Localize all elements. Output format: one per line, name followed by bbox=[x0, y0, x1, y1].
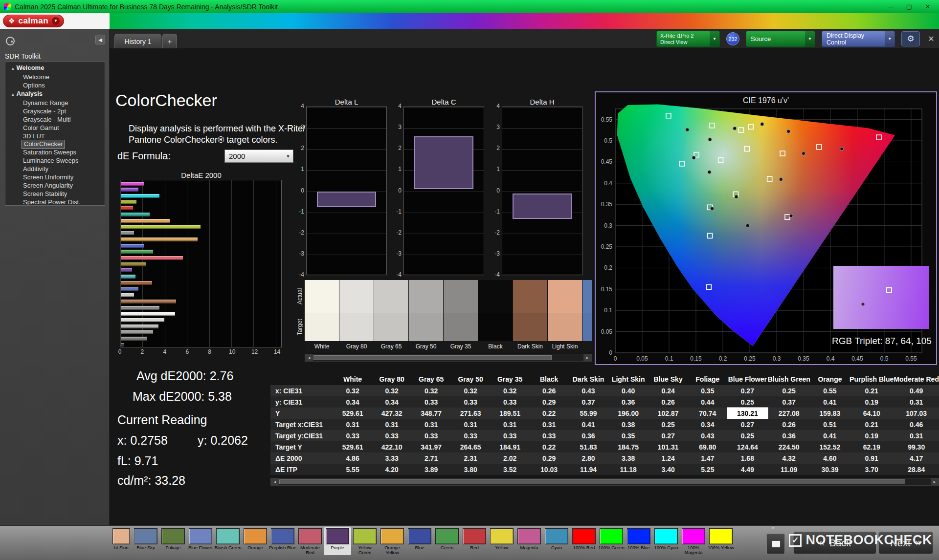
measurement-dot bbox=[802, 152, 805, 155]
swatch-scrollbar[interactable]: ◄ ► bbox=[305, 354, 592, 362]
gridline bbox=[502, 234, 582, 234]
patch-button-100-green[interactable]: 100% Green bbox=[598, 527, 625, 555]
sidebar-item-screen-angularity[interactable]: Screen Angularity bbox=[5, 181, 105, 190]
page-title: ColorChecker bbox=[115, 91, 217, 110]
scrollbar-thumb[interactable] bbox=[313, 355, 552, 360]
swatch-column-dark-skin[interactable]: Dark Skin bbox=[513, 280, 547, 352]
patch-button-red[interactable]: Red bbox=[461, 527, 488, 555]
table-cell: 529.61 bbox=[333, 408, 372, 419]
patch-button-purple[interactable]: Purple bbox=[324, 527, 351, 555]
y-tick-label: -1 bbox=[494, 208, 500, 215]
maximize-button[interactable]: ▢ bbox=[900, 3, 918, 10]
chart-title: Delta C bbox=[403, 98, 484, 106]
patch-button-100-blue[interactable]: 100% Blue bbox=[625, 527, 652, 555]
tab-history-1[interactable]: History 1 bbox=[114, 34, 161, 48]
swatch-column-gray-50[interactable]: Gray 50 bbox=[409, 280, 443, 352]
sidebar-item-spectral-power-dist[interactable]: Spectral Power Dist. bbox=[5, 198, 105, 206]
sidebar-item-screen-uniformity[interactable]: Screen Uniformity bbox=[5, 173, 105, 181]
patch-button-bluish-green[interactable]: Bluish Green bbox=[214, 527, 242, 555]
sidebar-item-saturation-sweeps[interactable]: Saturation Sweeps bbox=[5, 148, 105, 156]
sidebar-item-welcome[interactable]: Welcome bbox=[5, 73, 105, 81]
swatch-column-gray-80[interactable]: Gray 80 bbox=[339, 280, 374, 352]
patch-button-100-yellow[interactable]: 100% Yellow bbox=[707, 527, 735, 555]
table-cell: 348.77 bbox=[411, 408, 450, 419]
sidebar-item-3d-lut[interactable]: 3D LUT bbox=[5, 132, 105, 140]
patch-button-purplish-blue[interactable]: Purplish Blue bbox=[269, 527, 296, 555]
y-tick-label: -3 bbox=[396, 250, 402, 257]
pattern-window-button[interactable] bbox=[766, 534, 785, 554]
table-header: Dark Skin bbox=[568, 373, 608, 385]
scroll-right-icon[interactable]: ► bbox=[931, 478, 939, 485]
actual-swatch bbox=[409, 280, 443, 313]
sidebar-item-grayscale-2pt[interactable]: Grayscale - 2pt bbox=[5, 107, 105, 115]
minimize-button[interactable]: — bbox=[881, 3, 900, 10]
swatch-column-blue[interactable]: Blue bbox=[582, 280, 592, 352]
actual-swatch bbox=[548, 280, 582, 313]
sidebar-item-options[interactable]: Options bbox=[5, 81, 105, 89]
tree-section-welcome[interactable]: ▴Welcome bbox=[5, 64, 105, 73]
gridline bbox=[307, 255, 386, 255]
patch-button-blue[interactable]: Blue bbox=[406, 527, 433, 555]
patch-button-100-cyan[interactable]: 100% Cyan bbox=[652, 527, 680, 555]
patch-button-orange[interactable]: Orange bbox=[242, 527, 269, 555]
table-cell: 99.30 bbox=[894, 441, 939, 452]
scrollbar-track[interactable] bbox=[313, 354, 583, 361]
swatch-column-gray-65[interactable]: Gray 65 bbox=[374, 280, 408, 352]
patch-button-foliage[interactable]: Foliage bbox=[159, 527, 187, 555]
sidebar-item-colorchecker[interactable]: ColorChecker bbox=[22, 140, 65, 148]
display-control-button[interactable]: Direct Display Control ▼ bbox=[822, 31, 895, 47]
sidebar-item-additivity[interactable]: Additivity bbox=[5, 165, 105, 173]
sidebar-item-luminance-sweeps[interactable]: Luminance Sweeps bbox=[5, 156, 105, 165]
de-formula-select[interactable]: 2000 ▼ bbox=[224, 150, 293, 163]
sidebar-item-dynamic-range[interactable]: Dynamic Range bbox=[5, 99, 105, 107]
calman-menu-button[interactable]: ❖ calman ▼ bbox=[3, 15, 64, 27]
expand-caret-icon[interactable]: ^ bbox=[772, 526, 775, 533]
table-cell: 107.03 bbox=[894, 408, 939, 419]
measurement-dot bbox=[840, 147, 844, 151]
patch-button-yellow-green[interactable]: Yellow Green bbox=[351, 527, 379, 555]
patch-button-yellow[interactable]: Yellow bbox=[488, 527, 515, 555]
patch-button-100-magenta[interactable]: 100% Magenta bbox=[680, 527, 707, 555]
patch-button-cyan[interactable]: Cyan bbox=[543, 527, 570, 555]
sidebar-item-grayscale-multi[interactable]: Grayscale - Multi bbox=[5, 115, 105, 124]
patch-button-green[interactable]: Green bbox=[433, 527, 461, 555]
y-tick-label: 0.4 bbox=[604, 180, 612, 187]
table-cell: 2.02 bbox=[490, 452, 529, 464]
source-select-button[interactable]: Source ▼ bbox=[746, 31, 815, 47]
scroll-left-icon[interactable]: ◄ bbox=[271, 478, 279, 485]
scrollbar-thumb[interactable] bbox=[279, 479, 905, 484]
meter-select-button[interactable]: X-Rite i1Pro 2 Direct View ▼ bbox=[656, 31, 720, 47]
scrollbar-track[interactable] bbox=[279, 478, 931, 485]
sidebar-item-color-gamut[interactable]: Color Gamut bbox=[5, 124, 105, 132]
patch-button-moderate-red[interactable]: Moderate Red bbox=[296, 527, 324, 555]
patch-button-blue-sky[interactable]: Blue Sky bbox=[132, 527, 159, 555]
back-button[interactable]: « Back bbox=[793, 532, 876, 554]
session-indicator-icon[interactable] bbox=[6, 37, 15, 45]
patch-button-blue-flower[interactable]: Blue Flower bbox=[187, 527, 214, 555]
patch-button-orange-yellow[interactable]: Orange Yellow bbox=[379, 527, 406, 555]
patch-swatch bbox=[244, 528, 267, 544]
settings-gear-button[interactable]: ⚙ bbox=[901, 31, 920, 46]
patch-label: Blue Flower bbox=[187, 545, 214, 550]
table-cell: 0.31 bbox=[490, 419, 529, 430]
swatch-column-light-skin[interactable]: Light Skin bbox=[548, 280, 582, 352]
swatch-column-white[interactable]: White bbox=[305, 280, 339, 352]
next-button[interactable]: Next » bbox=[878, 532, 933, 554]
calman-menu-dropdown-icon[interactable]: ▼ bbox=[52, 17, 60, 25]
tree-section-analysis[interactable]: ▴Analysis bbox=[5, 89, 105, 99]
patch-button-100-red[interactable]: 100% Red bbox=[570, 527, 598, 555]
sidebar-item-screen-stability[interactable]: Screen Stability bbox=[5, 190, 105, 198]
patch-button-magenta[interactable]: Magenta bbox=[515, 527, 543, 555]
scroll-left-icon[interactable]: ◄ bbox=[305, 354, 313, 361]
workspace-close-button[interactable]: ✕ bbox=[926, 34, 936, 43]
table-cell: 3.89 bbox=[411, 464, 450, 475]
swatch-column-black[interactable]: Black bbox=[478, 280, 513, 352]
scroll-right-icon[interactable]: ► bbox=[583, 354, 591, 361]
patch-button-ht-skin[interactable]: ht Skin bbox=[111, 527, 132, 555]
page-description: Display analysis is performed with the X… bbox=[129, 123, 305, 146]
table-scrollbar[interactable]: ◄ ► bbox=[270, 478, 939, 486]
close-button[interactable]: ✕ bbox=[918, 3, 937, 10]
sidebar-collapse-button[interactable]: ◀ bbox=[95, 35, 105, 44]
swatch-column-gray-35[interactable]: Gray 35 bbox=[444, 280, 478, 352]
add-tab-button[interactable]: + bbox=[162, 34, 177, 48]
